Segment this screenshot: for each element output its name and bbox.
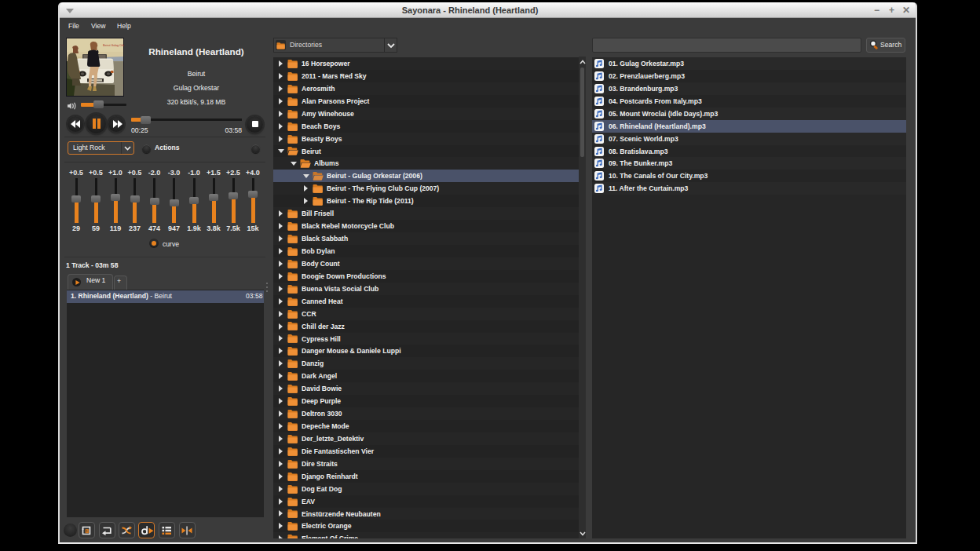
svg-text:Beirut Gulag Orkestar: Beirut Gulag Orkestar [103, 44, 124, 47]
